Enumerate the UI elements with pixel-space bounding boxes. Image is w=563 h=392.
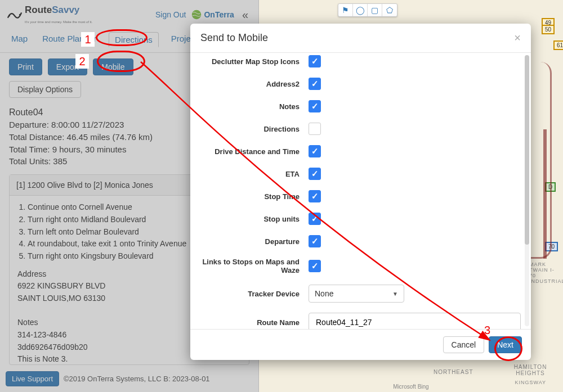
checkbox-declutter[interactable] [309,55,321,67]
map-tool-circle-icon[interactable]: ◯ [353,4,368,16]
tracker-value: None [315,289,333,298]
label-declutter: Declutter Map Stop Icons [196,57,309,66]
label-drive: Drive Distance and Time [196,147,309,156]
checkbox-address2[interactable] [309,78,321,90]
label-stopunits: Stop units [196,215,309,223]
map-label-northeast: NORTHEAST [434,369,473,375]
checkbox-stoptime[interactable] [309,190,321,202]
checkbox-links[interactable] [309,260,321,272]
label-routename: Route Name [196,318,309,327]
route-name-input[interactable] [309,313,521,329]
checkbox-eta[interactable] [309,168,321,180]
checkbox-drive[interactable] [309,145,321,157]
tracker-select[interactable]: None ▼ [309,285,404,303]
chevron-down-icon: ▼ [392,291,398,297]
label-directions: Directions [196,125,309,133]
label-notes: Notes [196,102,309,111]
close-icon[interactable]: × [514,31,521,44]
modal-body: Declutter Map Stop Icons Address2 Notes … [190,53,531,329]
label-tracker: Tracker Device [196,290,309,298]
map-controls: ⚑ ◯ ▢ ⬠ [338,3,397,17]
checkbox-notes[interactable] [309,100,321,112]
label-address2: Address2 [196,80,309,88]
label-eta: ETA [196,170,309,178]
road-shield: 50 [542,25,555,34]
checkbox-departure[interactable] [309,235,321,247]
road-shield: 61 [553,40,563,50]
label-links: Links to Stops on Maps and Waze [196,258,309,274]
modal-title: Send to Mobile [200,32,268,44]
checkbox-stopunits[interactable] [309,213,321,225]
map-label-marktwain: MARK TWAIN I-70 INDUSTRIAL [529,262,561,284]
map-tool-square-icon[interactable]: ▢ [368,4,382,16]
modal-footer: Cancel Next [190,329,531,360]
map-label-kingsway: KINGSWAY [515,380,546,385]
map-label-hamilton: HAMILTON HEIGHTS [508,364,553,376]
map-attribution: Microsoft Bing [393,384,428,390]
next-button[interactable]: Next [489,336,522,353]
map-tool-polygon-icon[interactable]: ⬠ [382,4,397,16]
send-to-mobile-modal: Send to Mobile × Declutter Map Stop Icon… [190,24,531,360]
label-departure: Departure [196,237,309,246]
map-tool-flag-icon[interactable]: ⚑ [338,4,353,16]
label-stoptime: Stop Time [196,192,309,201]
checkbox-directions[interactable] [309,123,321,135]
scrollbar[interactable] [525,55,529,326]
cancel-button[interactable]: Cancel [443,336,485,353]
modal-header: Send to Mobile × [190,24,531,53]
